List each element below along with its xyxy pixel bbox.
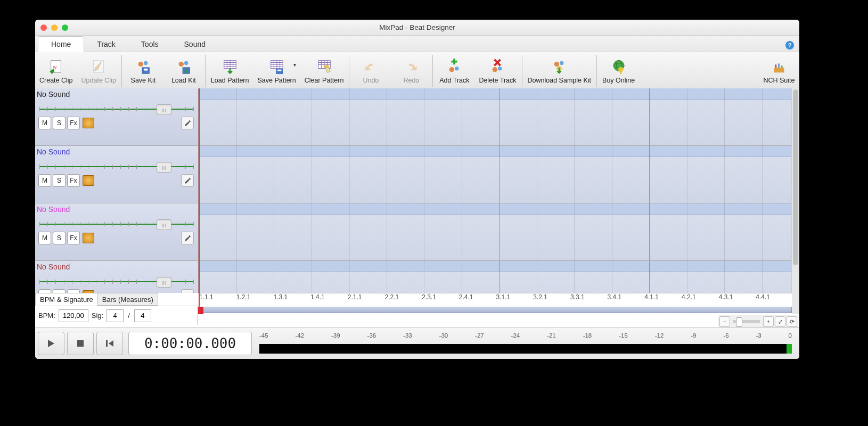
tab-sound[interactable]: Sound — [171, 37, 218, 52]
svg-point-43 — [618, 67, 623, 72]
meter-bar — [259, 344, 792, 354]
zoom-out-button[interactable]: − — [719, 316, 730, 327]
window-minimize-button[interactable] — [51, 24, 58, 31]
fx-button[interactable]: Fx — [67, 117, 80, 129]
svg-text:w: w — [53, 64, 57, 70]
sound-select-button[interactable] — [83, 233, 94, 243]
pattern-grid[interactable] — [199, 88, 799, 314]
ribbon-tabs: Home Track Tools Sound — [35, 36, 799, 52]
track-header: No SoundMSFx — [35, 146, 198, 203]
wrench-icon — [184, 119, 191, 127]
bpm-label: BPM: — [38, 312, 55, 320]
volume-slider[interactable] — [39, 277, 194, 286]
create-clip-button[interactable]: w Create Clip — [35, 52, 77, 89]
tab-bars-measures[interactable]: Bars (Measures) — [97, 293, 158, 306]
tab-home[interactable]: Home — [38, 36, 84, 52]
play-button[interactable] — [38, 332, 64, 355]
sig-label: Sig: — [92, 312, 103, 320]
track-settings-button[interactable] — [181, 232, 194, 244]
save-kit-button[interactable]: Save Kit — [123, 52, 163, 89]
zoom-controls: − + ⤢ ⟳ — [718, 315, 798, 328]
svg-point-35 — [493, 67, 497, 72]
track-settings-button[interactable] — [181, 174, 194, 187]
volume-slider[interactable] — [39, 104, 194, 114]
mute-button[interactable]: M — [38, 174, 51, 187]
fx-button[interactable]: Fx — [67, 232, 80, 244]
sound-select-button[interactable] — [83, 175, 94, 186]
svg-rect-47 — [778, 63, 780, 68]
svg-point-33 — [449, 67, 454, 72]
mute-button[interactable]: M — [38, 117, 51, 129]
undo-icon — [362, 58, 379, 76]
slider-thumb[interactable] — [157, 162, 171, 173]
rewind-button[interactable] — [96, 332, 123, 355]
zoom-slider[interactable] — [733, 320, 760, 323]
tab-bpm-signature[interactable]: BPM & Signature — [35, 293, 98, 306]
update-clip-icon — [90, 58, 107, 76]
timecode-display: 0:00:00.000 — [128, 332, 252, 355]
track-header: No SoundMSFx — [35, 203, 198, 261]
grid-row[interactable] — [199, 146, 799, 203]
bpm-input[interactable] — [59, 309, 88, 322]
load-kit-button[interactable]: Load Kit — [163, 52, 204, 89]
grid-row[interactable] — [199, 88, 799, 146]
app-window: MixPad - Beat Designer Home Track Tools … — [35, 20, 799, 359]
window-zoom-button[interactable] — [62, 24, 68, 31]
fx-button[interactable]: Fx — [67, 174, 80, 187]
tab-track[interactable]: Track — [84, 37, 128, 52]
slider-thumb[interactable] — [157, 277, 171, 288]
undo-button: Undo — [350, 52, 391, 89]
svg-rect-48 — [781, 65, 783, 68]
solo-button[interactable]: S — [53, 174, 65, 187]
add-track-button[interactable]: Add Track — [434, 52, 474, 89]
zoom-reset-button[interactable]: ⟳ — [787, 316, 797, 327]
svg-point-36 — [498, 67, 502, 71]
load-pattern-button[interactable]: Load Pattern — [207, 52, 253, 89]
stop-icon — [77, 340, 84, 347]
slider-thumb[interactable] — [157, 219, 171, 230]
save-pattern-button[interactable]: Save Pattern ▼ — [253, 52, 300, 89]
zoom-in-button[interactable]: + — [763, 316, 774, 327]
meter-tick: -30 — [439, 332, 448, 342]
help-button[interactable]: ? — [785, 41, 794, 50]
meter-tick: -39 — [331, 332, 340, 342]
track-settings-button[interactable] — [181, 117, 194, 129]
wrench-icon — [184, 234, 191, 242]
window-close-button[interactable] — [40, 24, 47, 31]
buy-online-button[interactable]: Buy Online — [598, 52, 639, 89]
ruler-scrollbar[interactable] — [198, 307, 792, 313]
playhead[interactable] — [199, 88, 200, 314]
clear-pattern-button[interactable]: Clear Pattern — [300, 52, 348, 89]
svg-point-37 — [554, 62, 559, 67]
scrollbar-thumb[interactable] — [793, 89, 798, 265]
meter-peak — [787, 344, 792, 354]
svg-point-34 — [455, 67, 459, 71]
update-clip-button: Update Clip — [77, 52, 120, 89]
meter-tick: -3 — [756, 332, 761, 342]
nch-suite-button[interactable]: NCH Suite — [759, 52, 799, 89]
sig-denominator-input[interactable] — [134, 309, 151, 322]
svg-rect-49 — [77, 340, 84, 347]
meter-tick: -12 — [655, 332, 664, 342]
solo-button[interactable]: S — [53, 232, 65, 244]
stop-button[interactable] — [67, 332, 94, 355]
slider-thumb[interactable] — [157, 104, 171, 115]
volume-slider[interactable] — [39, 219, 194, 229]
sound-select-button[interactable] — [83, 118, 94, 128]
download-sample-kit-button[interactable]: Download Sample Kit — [523, 52, 596, 89]
delete-track-button[interactable]: Delete Track — [474, 52, 520, 89]
meter-tick: -21 — [547, 332, 556, 342]
grid-row[interactable] — [199, 203, 799, 261]
load-kit-icon — [175, 58, 192, 76]
solo-button[interactable]: S — [53, 117, 65, 129]
tab-tools[interactable]: Tools — [128, 37, 171, 52]
sig-separator: / — [128, 312, 130, 320]
mute-button[interactable]: M — [38, 232, 51, 244]
timeline-ruler[interactable]: 1.1.11.2.11.3.11.4.12.1.12.2.12.3.12.4.1… — [198, 293, 792, 315]
zoom-fit-button[interactable]: ⤢ — [775, 316, 785, 327]
sig-numerator-input[interactable] — [107, 309, 124, 322]
volume-slider[interactable] — [39, 162, 194, 171]
vertical-scrollbar[interactable] — [791, 88, 799, 314]
svg-rect-50 — [106, 340, 108, 347]
svg-rect-44 — [620, 71, 622, 74]
